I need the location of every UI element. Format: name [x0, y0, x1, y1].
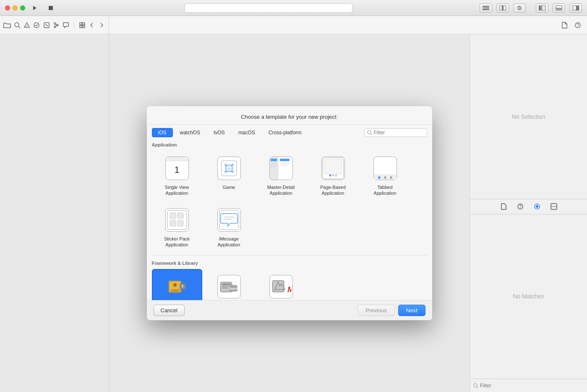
- forward-icon[interactable]: [98, 20, 105, 30]
- template-sticker-pack[interactable]: Sticker PackApplication: [152, 202, 202, 252]
- page-based-icon: [320, 155, 347, 182]
- scm-icon[interactable]: [52, 20, 60, 30]
- master-detail-icon: [268, 155, 295, 182]
- svg-point-45: [332, 175, 334, 177]
- folder-icon[interactable]: [3, 20, 11, 30]
- cancel-button[interactable]: Cancel: [154, 305, 185, 316]
- svg-text:M: M: [287, 285, 292, 294]
- no-matches-label: No Matches: [513, 293, 544, 300]
- svg-line-80: [477, 387, 478, 388]
- panel-filter-input[interactable]: [480, 383, 584, 389]
- layout-icon[interactable]: [549, 201, 559, 212]
- svg-point-36: [224, 164, 227, 166]
- svg-point-22: [54, 26, 56, 28]
- title-bar-right: [480, 3, 582, 13]
- maximize-button[interactable]: [20, 5, 25, 10]
- svg-rect-6: [503, 5, 506, 10]
- tab-tvos[interactable]: tvOS: [207, 128, 231, 137]
- svg-point-21: [54, 23, 56, 24]
- next-button[interactable]: Next: [398, 305, 425, 316]
- previous-button[interactable]: Previous: [357, 305, 395, 316]
- left-sidebar: !: [0, 16, 109, 392]
- modal-footer: Cancel Previous Next: [147, 300, 432, 320]
- stop-button[interactable]: [44, 3, 57, 13]
- imessage-icon: [216, 206, 243, 233]
- template-cocoa-static-library[interactable]: Touch Cocoa TouchStatic Library: [204, 269, 254, 300]
- svg-rect-28: [80, 26, 82, 28]
- template-page-based[interactable]: Page-BasedApplication: [308, 151, 358, 201]
- filter-input[interactable]: [374, 130, 424, 136]
- filter-icon: [473, 383, 478, 388]
- minimize-button[interactable]: [13, 5, 18, 10]
- template-master-detail[interactable]: Master-DetailApplication: [256, 151, 306, 201]
- svg-rect-50: [170, 220, 176, 226]
- game-label: Game: [223, 184, 235, 190]
- file-icon[interactable]: [559, 20, 569, 30]
- template-tabbed[interactable]: TabbedApplication: [360, 151, 410, 201]
- svg-point-38: [224, 170, 227, 173]
- imessage-label: iMessageApplication: [218, 236, 240, 248]
- svg-rect-1: [49, 6, 53, 10]
- template-single-view[interactable]: 1 Single ViewApplication: [152, 151, 202, 201]
- utilities-toggle-btn[interactable]: [569, 3, 582, 13]
- single-view-icon: 1: [164, 155, 190, 182]
- help-icon[interactable]: ?: [573, 20, 583, 30]
- svg-text:?: ?: [577, 23, 579, 28]
- debug-toggle-btn[interactable]: [553, 3, 565, 13]
- warning-icon[interactable]: !: [23, 20, 30, 30]
- svg-rect-65: [222, 286, 228, 287]
- navigator-toggle-btn[interactable]: [536, 3, 548, 13]
- svg-text:Touch: Touch: [228, 287, 238, 290]
- content-area: Choose a template for your new project: …: [109, 34, 470, 392]
- svg-point-59: [174, 284, 176, 286]
- no-selection-lower-toolbar: ?: [470, 199, 587, 214]
- cocoa-framework-icon: T: [164, 273, 190, 300]
- magnify-icon[interactable]: [13, 20, 21, 30]
- svg-point-39: [231, 170, 234, 173]
- cocoa-static-library-icon: Touch: [216, 273, 243, 300]
- grid-icon[interactable]: [78, 20, 86, 30]
- no-selection-filter: [470, 379, 587, 392]
- svg-rect-10: [542, 5, 545, 10]
- template-imessage[interactable]: iMessageApplication: [204, 202, 254, 252]
- template-cocoa-framework[interactable]: T Cocoa TouchFramework: [152, 269, 202, 300]
- no-selection-label: No Selection: [512, 113, 545, 120]
- tab-macos[interactable]: macOS: [232, 128, 261, 137]
- filter-input-wrap: [364, 128, 427, 137]
- svg-rect-3: [483, 8, 489, 8]
- editor-version-btn[interactable]: [513, 3, 526, 13]
- template-game[interactable]: Game: [204, 151, 254, 201]
- editor-assistant-btn[interactable]: [496, 3, 509, 13]
- page-based-label: Page-BasedApplication: [320, 184, 346, 196]
- chat-icon[interactable]: [63, 20, 70, 30]
- template-metal-library[interactable]: M Metal Library: [256, 269, 306, 300]
- tab-watchos[interactable]: watchOS: [174, 128, 207, 137]
- editor-standard-btn[interactable]: [480, 3, 492, 13]
- no-selection-panel: No Selection ?: [470, 34, 587, 392]
- toolbar-divider: [74, 21, 74, 29]
- tabbed-icon: [372, 155, 399, 182]
- svg-rect-11: [556, 5, 562, 8]
- quick-help-icon[interactable]: ?: [515, 201, 525, 212]
- svg-line-20: [45, 24, 48, 26]
- play-button[interactable]: [29, 3, 41, 13]
- identity-icon[interactable]: [532, 201, 542, 212]
- svg-rect-14: [577, 5, 579, 10]
- test-icon[interactable]: [33, 20, 40, 30]
- close-button[interactable]: [5, 5, 10, 10]
- title-search-bar[interactable]: [185, 3, 352, 13]
- master-detail-label: Master-DetailApplication: [267, 184, 295, 196]
- svg-rect-9: [539, 5, 541, 10]
- no-matches-area: No Matches: [470, 214, 587, 379]
- file-inspector-icon[interactable]: [498, 201, 509, 212]
- svg-text:T: T: [181, 285, 184, 289]
- svg-point-79: [474, 384, 477, 387]
- back-icon[interactable]: [88, 20, 95, 30]
- tab-ios[interactable]: iOS: [152, 128, 173, 137]
- right-toolbar: ?: [109, 16, 587, 34]
- metal-library-icon: M: [268, 273, 295, 300]
- sticker-pack-label: Sticker PackApplication: [164, 236, 190, 248]
- svg-line-16: [18, 26, 20, 28]
- tab-cross-platform[interactable]: Cross-platform: [262, 128, 308, 137]
- debug-icon[interactable]: [43, 20, 50, 30]
